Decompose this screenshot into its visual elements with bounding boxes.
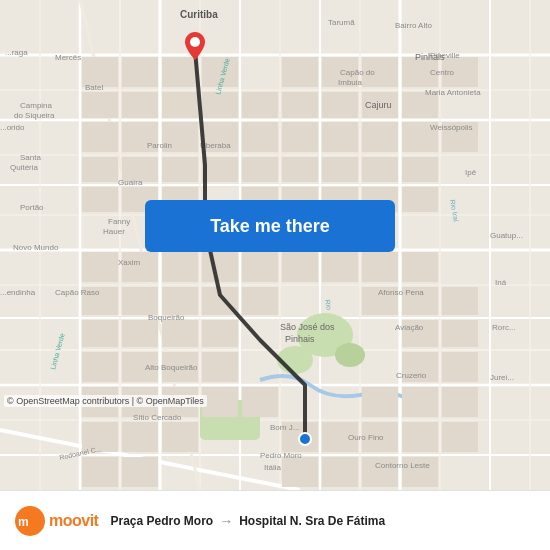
svg-rect-70 (82, 187, 118, 212)
svg-text:Xaxim: Xaxim (118, 258, 141, 267)
svg-rect-38 (122, 92, 158, 118)
svg-text:Alto Boqueirão: Alto Boqueirão (145, 363, 198, 372)
svg-text:Contorno Leste: Contorno Leste (375, 461, 430, 470)
svg-rect-117 (162, 422, 198, 452)
svg-text:Guaíra: Guaíra (118, 178, 143, 187)
osm-credit: © OpenStreetMap contributors | © OpenMap… (4, 395, 207, 407)
svg-rect-116 (122, 422, 158, 452)
svg-rect-96 (122, 320, 158, 347)
svg-rect-91 (242, 287, 278, 315)
route-info: Praça Pedro Moro → Hospital N. Sra De Fá… (110, 513, 536, 529)
svg-rect-37 (82, 92, 118, 118)
svg-rect-81 (202, 252, 238, 282)
svg-text:Itália: Itália (264, 463, 281, 472)
svg-text:Capão do: Capão do (340, 68, 375, 77)
svg-rect-88 (122, 287, 158, 315)
svg-text:Cajuru: Cajuru (365, 100, 392, 110)
svg-rect-61 (82, 157, 118, 182)
footer-bar: m moovit Praça Pedro Moro → Hospital N. … (0, 490, 550, 550)
svg-rect-77 (402, 187, 438, 212)
svg-rect-64 (202, 157, 238, 182)
svg-text:Fanny: Fanny (108, 217, 130, 226)
svg-rect-51 (82, 122, 118, 152)
svg-rect-89 (162, 287, 198, 315)
svg-rect-63 (162, 157, 198, 182)
svg-rect-80 (162, 252, 198, 282)
svg-rect-124 (122, 457, 158, 487)
svg-text:Quitéria: Quitéria (10, 163, 39, 172)
svg-text:Hauer: Hauer (103, 227, 125, 236)
svg-text:Ouro Fino: Ouro Fino (348, 433, 384, 442)
svg-text:Afonso Pena: Afonso Pena (378, 288, 424, 297)
svg-text:Maria Antonieta: Maria Antonieta (425, 88, 481, 97)
svg-text:Santa: Santa (20, 153, 41, 162)
svg-rect-123 (82, 457, 118, 487)
destination-pin (185, 32, 205, 64)
svg-rect-55 (242, 122, 278, 152)
svg-text:Tarumã: Tarumã (328, 18, 355, 27)
svg-rect-65 (242, 157, 278, 182)
svg-rect-95 (82, 320, 118, 347)
svg-text:...raga: ...raga (5, 48, 28, 57)
svg-text:Bairro Alto: Bairro Alto (395, 21, 432, 30)
svg-rect-98 (202, 320, 238, 347)
svg-rect-68 (362, 157, 398, 182)
moovit-logo: m moovit (14, 505, 98, 537)
svg-rect-104 (202, 352, 238, 382)
svg-rect-56 (282, 122, 318, 152)
svg-text:Iná: Iná (495, 278, 507, 287)
svg-rect-57 (322, 122, 358, 152)
take-me-there-button[interactable]: Take me there (145, 200, 395, 252)
svg-text:Imbuia: Imbuia (338, 78, 363, 87)
svg-text:Parolin: Parolin (147, 141, 172, 150)
svg-rect-85 (362, 252, 398, 282)
svg-rect-47 (282, 92, 318, 118)
svg-rect-121 (402, 422, 438, 452)
svg-text:...endinha: ...endinha (0, 288, 36, 297)
svg-rect-101 (82, 352, 118, 382)
svg-rect-78 (82, 252, 118, 282)
svg-text:Centro: Centro (430, 68, 455, 77)
svg-text:Boqueirão: Boqueirão (148, 313, 185, 322)
svg-rect-42 (282, 57, 318, 87)
svg-rect-125 (282, 457, 318, 487)
svg-rect-84 (322, 252, 358, 282)
svg-rect-97 (162, 320, 198, 347)
svg-text:Campina: Campina (20, 101, 53, 110)
svg-text:Cruzerio: Cruzerio (396, 371, 427, 380)
svg-rect-111 (242, 387, 278, 417)
svg-text:Sítio Cercado: Sítio Cercado (133, 413, 182, 422)
footer-origin: Praça Pedro Moro (110, 514, 213, 528)
footer-arrow: → (219, 513, 233, 529)
svg-rect-126 (322, 457, 358, 487)
svg-text:Pedro Moro: Pedro Moro (260, 451, 302, 460)
svg-rect-110 (202, 387, 238, 417)
svg-text:Aviação: Aviação (395, 323, 424, 332)
svg-text:Pinhais: Pinhais (285, 334, 315, 344)
svg-rect-112 (362, 387, 398, 417)
svg-text:Portão: Portão (20, 203, 44, 212)
svg-text:m: m (18, 515, 29, 529)
svg-rect-79 (122, 252, 158, 282)
svg-text:São José dos: São José dos (280, 322, 335, 332)
svg-rect-114 (442, 387, 478, 417)
svg-rect-82 (242, 252, 278, 282)
svg-rect-67 (322, 157, 358, 182)
svg-rect-86 (402, 252, 438, 282)
svg-rect-66 (282, 157, 318, 182)
svg-text:...orido: ...orido (0, 123, 25, 132)
svg-rect-39 (162, 92, 198, 118)
svg-text:Bom J...: Bom J... (270, 423, 299, 432)
footer-destination: Hospital N. Sra De Fátima (239, 514, 385, 528)
svg-rect-100 (442, 320, 478, 347)
svg-text:Curitiba: Curitiba (180, 9, 218, 20)
svg-rect-58 (362, 122, 398, 152)
svg-text:Guatup...: Guatup... (490, 231, 523, 240)
svg-point-31 (335, 343, 365, 367)
moovit-logo-icon: m (14, 505, 46, 537)
svg-rect-106 (442, 352, 478, 382)
svg-rect-48 (322, 92, 358, 118)
svg-text:Weissópolis: Weissópolis (430, 123, 473, 132)
svg-rect-34 (122, 57, 158, 87)
svg-text:Jurei...: Jurei... (490, 373, 514, 382)
